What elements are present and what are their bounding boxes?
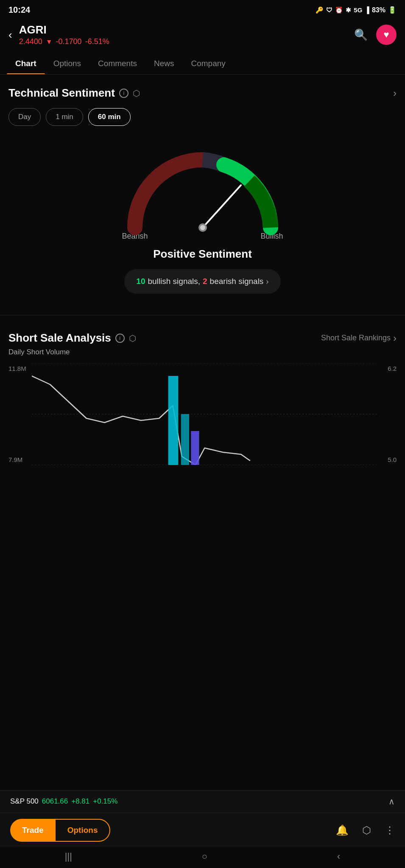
sp500-change: +8.81 — [71, 797, 89, 806]
time-buttons: Day 1 min 60 min — [8, 108, 397, 126]
sp500-price: 6061.66 — [42, 797, 68, 806]
signals-box[interactable]: 10 bullish signals, 2 bearish signals › — [124, 269, 280, 294]
network-icon: 5G — [354, 6, 362, 14]
tab-company[interactable]: Company — [182, 53, 234, 74]
search-icon[interactable]: 🔍 — [354, 28, 368, 42]
tab-comments[interactable]: Comments — [89, 53, 145, 74]
y-axis-right-top: 6.2 — [380, 365, 397, 372]
shield-icon: 🛡 — [326, 6, 332, 14]
tab-options[interactable]: Options — [45, 53, 89, 74]
short-sale-title: Short Sale Analysis — [8, 331, 111, 345]
short-sale-rankings-label: Short Sale Rankings — [321, 334, 391, 342]
svg-rect-6 — [168, 376, 179, 465]
sentiment-title-row: Technical Sentiment i ⬡ — [8, 86, 140, 100]
bottom-fixed-area: S&P 500 6061.66 +8.81 +0.15% ∧ Trade Opt… — [0, 790, 405, 868]
more-options-icon[interactable]: ⋮ — [385, 824, 395, 836]
alarm-icon: ⏰ — [335, 6, 343, 14]
time-btn-day[interactable]: Day — [8, 108, 41, 126]
tab-chart[interactable]: Chart — [7, 53, 45, 74]
sentiment-gauge: Bearish Bullish Positive Sentiment 10 bu… — [8, 139, 397, 302]
ticker-change-pct: -6.51% — [85, 37, 109, 46]
technical-sentiment-section: Technical Sentiment i ⬡ › Day 1 min 60 m… — [0, 75, 405, 311]
short-sale-info-icon[interactable]: i — [115, 334, 125, 343]
chart-y-axis-right: 6.2 5.0 — [380, 363, 397, 465]
back-button[interactable]: ‹ — [8, 28, 12, 42]
share-action-icon[interactable]: ⬡ — [362, 824, 371, 836]
chart-area — [32, 363, 377, 465]
nav-home[interactable]: ○ — [202, 851, 207, 862]
short-sale-chevron-icon: › — [393, 332, 397, 344]
sentiment-title: Technical Sentiment — [8, 86, 115, 100]
chart-y-axis-left: 11.8M 7.9M — [8, 363, 32, 465]
nav-tabs: Chart Options Comments News Company — [0, 53, 405, 75]
heart-icon: ♥ — [383, 29, 389, 40]
svg-line-0 — [203, 185, 241, 228]
short-sale-header: Short Sale Analysis i ⬡ Short Sale Ranki… — [8, 331, 397, 345]
nav-recent-apps[interactable]: ||| — [65, 851, 72, 862]
svg-rect-7 — [181, 414, 189, 465]
trade-button[interactable]: Trade — [10, 819, 56, 842]
sp500-expand-icon[interactable]: ∧ — [388, 796, 395, 807]
sentiment-result-text: Positive Sentiment — [153, 248, 252, 261]
gauge-svg-container — [122, 147, 283, 236]
sp500-pct: +0.15% — [93, 797, 117, 806]
bearish-count: 2 — [203, 277, 207, 286]
header-right: 🔍 ♥ — [354, 25, 397, 45]
y-axis-left-top: 11.8M — [8, 365, 32, 372]
signals-chevron-icon: › — [266, 277, 268, 286]
options-button[interactable]: Options — [56, 819, 111, 842]
status-bar: 10:24 🔑 🛡 ⏰ ✱ 5G ▐ 83% 🔋 — [0, 0, 405, 18]
bullish-count: 10 — [136, 277, 145, 286]
short-sale-chart: 11.8M 7.9M 6.2 5.0 — [8, 363, 397, 465]
bluetooth-icon: ✱ — [346, 6, 351, 14]
bearish-signals-text: bearish signals — [210, 277, 264, 286]
ticker-price-row: 2.4400 ▼ -0.1700 -6.51% — [19, 37, 109, 46]
action-icons: 🔔 ⬡ ⋮ — [336, 824, 395, 836]
signal-bars: ▐ — [365, 6, 369, 14]
trade-options-group: Trade Options — [10, 819, 110, 842]
ticker-info: AGRI 2.4400 ▼ -0.1700 -6.51% — [19, 23, 109, 46]
sp500-bar: S&P 500 6061.66 +8.81 +0.15% ∧ — [0, 790, 405, 812]
short-sale-right[interactable]: Short Sale Rankings › — [321, 332, 397, 344]
bullish-signals-text: bullish signals, — [148, 277, 200, 286]
svg-point-2 — [200, 225, 205, 230]
favorite-button[interactable]: ♥ — [376, 25, 397, 45]
ticker-price: 2.4400 — [19, 37, 42, 46]
tab-news[interactable]: News — [145, 53, 183, 74]
y-axis-left-bottom: 7.9M — [8, 456, 32, 463]
status-time: 10:24 — [8, 5, 30, 15]
short-sale-section: Short Sale Analysis i ⬡ Short Sale Ranki… — [0, 320, 405, 473]
time-btn-60min[interactable]: 60 min — [88, 108, 131, 126]
price-arrow-icon: ▼ — [46, 38, 53, 46]
daily-volume-label: Daily Short Volume — [8, 348, 397, 356]
battery-icon: 🔋 — [388, 6, 397, 14]
sentiment-header: Technical Sentiment i ⬡ › — [8, 86, 397, 100]
battery-level: 83% — [372, 6, 385, 14]
system-nav: ||| ○ ‹ — [0, 847, 405, 868]
short-sale-left: Short Sale Analysis i ⬡ — [8, 331, 136, 345]
time-btn-1min[interactable]: 1 min — [46, 108, 83, 126]
svg-rect-8 — [191, 431, 199, 465]
ticker-symbol: AGRI — [19, 23, 109, 36]
trade-action-bar: Trade Options 🔔 ⬡ ⋮ — [0, 812, 405, 847]
sp500-label: S&P 500 — [10, 797, 39, 806]
alert-icon[interactable]: 🔔 — [336, 824, 349, 836]
stock-header: ‹ AGRI 2.4400 ▼ -0.1700 -6.51% 🔍 ♥ — [0, 18, 405, 53]
sentiment-info-icon[interactable]: i — [119, 89, 128, 98]
nav-back[interactable]: ‹ — [337, 851, 340, 862]
short-sale-share-icon[interactable]: ⬡ — [129, 333, 136, 343]
key-icon: 🔑 — [316, 6, 324, 14]
status-right: 🔑 🛡 ⏰ ✱ 5G ▐ 83% 🔋 — [316, 6, 397, 14]
section-divider — [0, 315, 405, 315]
y-axis-right-bottom: 5.0 — [380, 456, 397, 463]
ticker-change: -0.1700 — [56, 37, 82, 46]
sentiment-chevron-icon[interactable]: › — [393, 87, 397, 99]
header-left: ‹ AGRI 2.4400 ▼ -0.1700 -6.51% — [8, 23, 109, 46]
sentiment-share-icon[interactable]: ⬡ — [133, 88, 140, 98]
sp500-left: S&P 500 6061.66 +8.81 +0.15% — [10, 797, 117, 806]
